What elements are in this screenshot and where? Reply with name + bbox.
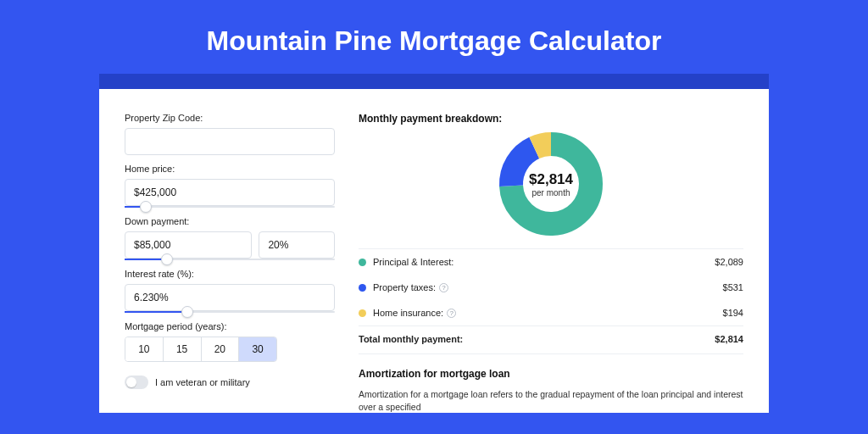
down-field: Down payment:: [125, 216, 335, 260]
legend-row-2: Home insurance:?$194: [359, 300, 743, 326]
donut-chart: $2,814 per month: [359, 131, 743, 236]
legend-dot-icon: [359, 284, 366, 292]
amortization-body: Amortization for a mortgage loan refers …: [359, 388, 743, 413]
legend-row-0: Principal & Interest:$2,089: [359, 249, 743, 275]
form-panel: Property Zip Code: Home price: Down paym…: [125, 113, 335, 413]
military-toggle[interactable]: [125, 376, 148, 389]
rate-input[interactable]: [125, 284, 335, 311]
calculator-card: Property Zip Code: Home price: Down paym…: [99, 74, 769, 413]
period-option-10[interactable]: 10: [125, 337, 164, 361]
legend-dot-icon: [359, 259, 366, 266]
zip-label: Property Zip Code:: [125, 113, 335, 123]
price-slider[interactable]: [125, 206, 335, 208]
zip-field: Property Zip Code:: [125, 113, 335, 155]
price-input[interactable]: [125, 179, 335, 206]
down-label: Down payment:: [125, 216, 335, 226]
legend-total-label: Total monthly payment:: [359, 334, 715, 344]
period-option-30[interactable]: 30: [239, 337, 276, 361]
legend-name: Property taxes:?: [373, 282, 723, 292]
donut-total: $2,814: [529, 171, 573, 188]
period-option-15[interactable]: 15: [164, 337, 202, 361]
military-label: I am veteran or military: [155, 377, 250, 387]
period-label: Mortgage period (years):: [125, 321, 335, 331]
legend-amount: $194: [723, 308, 743, 318]
rate-field: Interest rate (%):: [125, 269, 335, 313]
legend-total-amount: $2,814: [715, 334, 743, 344]
military-row: I am veteran or military: [125, 376, 335, 389]
legend-total-row: Total monthly payment:$2,814: [359, 326, 743, 352]
legend-dot-icon: [359, 309, 366, 317]
period-option-20[interactable]: 20: [202, 337, 240, 361]
rate-label: Interest rate (%):: [125, 269, 335, 279]
price-label: Home price:: [125, 164, 335, 174]
down-amount-input[interactable]: [125, 231, 252, 259]
legend-amount: $531: [723, 282, 743, 292]
down-slider[interactable]: [125, 259, 335, 260]
breakdown-title: Monthly payment breakdown:: [359, 113, 743, 125]
legend: Principal & Interest:$2,089Property taxe…: [359, 248, 743, 352]
price-field: Home price:: [125, 164, 335, 208]
info-icon[interactable]: ?: [439, 283, 448, 292]
info-icon[interactable]: ?: [447, 309, 456, 318]
breakdown-panel: Monthly payment breakdown: $2,814 per mo…: [359, 113, 743, 413]
down-pct-input[interactable]: [259, 231, 335, 259]
zip-input[interactable]: [125, 128, 335, 155]
rate-slider[interactable]: [125, 311, 335, 313]
amortization-title: Amortization for mortgage loan: [359, 368, 743, 380]
amortization-section: Amortization for mortgage loan Amortizat…: [359, 353, 743, 413]
legend-name: Principal & Interest:: [373, 257, 715, 267]
period-options: 10152030: [125, 337, 277, 362]
legend-amount: $2,089: [715, 257, 743, 267]
donut-sub: per month: [531, 188, 570, 198]
page-title: Mountain Pine Mortgage Calculator: [207, 25, 662, 57]
legend-row-1: Property taxes:?$531: [359, 275, 743, 300]
period-field: Mortgage period (years): 10152030: [125, 321, 335, 362]
legend-name: Home insurance:?: [373, 308, 723, 318]
